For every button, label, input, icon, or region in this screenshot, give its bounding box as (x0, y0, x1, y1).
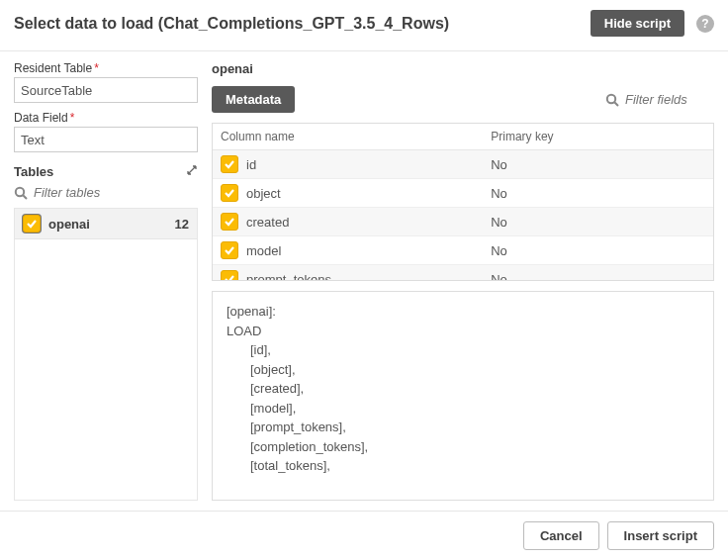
filter-tables-input[interactable] (34, 185, 201, 200)
data-field-label: Data Field* (14, 111, 198, 125)
filter-fields-input[interactable] (625, 92, 714, 107)
svg-point-2 (607, 94, 615, 102)
table-count: 12 (175, 217, 189, 232)
tables-heading: Tables (14, 164, 186, 179)
column-name-cell: id (213, 150, 483, 178)
column-header-name[interactable]: Column name (213, 124, 483, 149)
table-row[interactable]: openai12 (15, 209, 197, 239)
script-line: [created], (227, 379, 699, 399)
column-row[interactable]: createdNo (213, 208, 713, 236)
resident-table-input[interactable] (14, 77, 198, 103)
left-panel: Resident Table* Data Field* Tables opena… (0, 51, 198, 511)
column-pk-cell: No (483, 181, 713, 206)
script-line: [object], (227, 360, 699, 380)
column-row[interactable]: objectNo (213, 179, 713, 208)
tables-header: Tables (14, 164, 198, 179)
tables-list: openai12 (14, 208, 198, 501)
filter-fields-row (605, 92, 714, 107)
help-icon[interactable]: ? (696, 15, 714, 33)
column-pk-cell: No (483, 238, 713, 263)
column-row[interactable]: prompt_tokensNo (213, 265, 713, 280)
search-icon (605, 93, 619, 107)
column-name: object (246, 186, 281, 201)
filter-tables-row (14, 185, 198, 200)
column-name: model (246, 243, 281, 258)
script-line: [id], (227, 340, 699, 360)
search-icon (14, 186, 28, 200)
column-pk-cell: No (483, 267, 713, 281)
script-line: [model], (227, 399, 699, 419)
column-name-cell: prompt_tokens (213, 265, 483, 280)
insert-script-button[interactable]: Insert script (607, 521, 714, 550)
checkbox-icon[interactable] (221, 155, 238, 173)
column-name: created (246, 215, 289, 230)
collapse-icon[interactable] (186, 164, 198, 179)
columns-table: Column name Primary key idNoobjectNocrea… (212, 123, 714, 281)
right-panel: openai Metadata Column name Primary key (198, 51, 728, 511)
script-line: LOAD (227, 322, 699, 341)
checkbox-icon[interactable] (221, 213, 238, 231)
svg-line-3 (614, 102, 618, 106)
resident-table-label-text: Resident Table (14, 61, 92, 75)
column-name: id (246, 157, 256, 172)
script-line: [completion_tokens], (227, 437, 699, 457)
columns-scroll[interactable]: Column name Primary key idNoobjectNocrea… (213, 124, 713, 280)
script-line: [prompt_tokens], (227, 418, 699, 437)
columns-header-row: Column name Primary key (213, 124, 713, 150)
dialog-body: Resident Table* Data Field* Tables opena… (0, 51, 728, 511)
data-field-label-text: Data Field (14, 111, 68, 125)
checkbox-icon[interactable] (221, 184, 238, 202)
required-marker: * (70, 111, 75, 125)
svg-line-1 (23, 195, 27, 199)
columns-body: idNoobjectNocreatedNomodelNoprompt_token… (213, 150, 713, 280)
dialog-footer: Cancel Insert script (0, 511, 728, 560)
column-name-cell: created (213, 208, 483, 235)
checkbox-icon[interactable] (221, 270, 238, 280)
required-marker: * (94, 61, 99, 75)
selected-table-name: openai (212, 61, 714, 76)
script-line: [total_tokens], (227, 456, 699, 476)
hide-script-button[interactable]: Hide script (591, 10, 684, 37)
column-pk-cell: No (483, 152, 713, 177)
dialog-title: Select data to load (Chat_Completions_GP… (14, 15, 591, 33)
script-preview[interactable]: [openai]:LOAD[id],[object],[created],[mo… (212, 291, 714, 501)
column-row[interactable]: modelNo (213, 236, 713, 265)
cancel-button[interactable]: Cancel (523, 521, 599, 550)
column-row[interactable]: idNo (213, 150, 713, 179)
column-name-cell: object (213, 179, 483, 207)
dialog-header: Select data to load (Chat_Completions_GP… (0, 0, 728, 51)
column-header-pk[interactable]: Primary key (483, 124, 713, 149)
checkbox-icon[interactable] (23, 215, 41, 233)
select-data-dialog: Select data to load (Chat_Completions_GP… (0, 0, 728, 560)
resident-table-label: Resident Table* (14, 61, 198, 75)
svg-point-0 (16, 187, 24, 195)
table-name: openai (48, 217, 175, 232)
data-field-input[interactable] (14, 127, 198, 152)
checkbox-icon[interactable] (221, 241, 238, 259)
column-name: prompt_tokens (246, 272, 331, 281)
metadata-row: Metadata (212, 86, 714, 113)
column-pk-cell: No (483, 210, 713, 234)
script-line: [openai]: (227, 302, 699, 322)
metadata-button[interactable]: Metadata (212, 86, 295, 113)
column-name-cell: model (213, 236, 483, 264)
